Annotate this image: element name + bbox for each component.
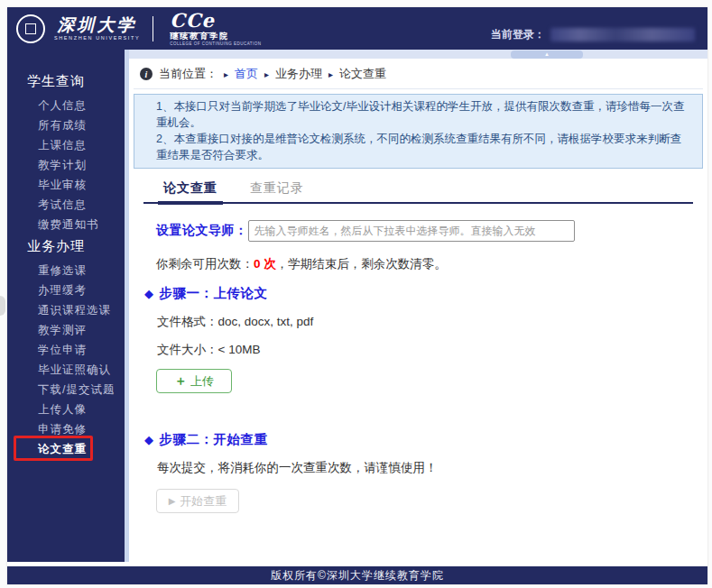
university-seal-icon — [16, 14, 45, 43]
copyright-text: 版权所有©深圳大学继续教育学院 — [271, 568, 444, 583]
page-background: 深圳大学 SHENZHEN UNIVERSITY CCe 继续教育学院 COLL… — [0, 0, 712, 588]
sidebar-item-payment-notice[interactable]: 缴费通知书 — [7, 215, 125, 234]
breadcrumb-business-link[interactable]: 业务办理 — [275, 66, 322, 82]
sidebar-item-class-info[interactable]: 上课信息 — [7, 135, 125, 155]
start-check-button[interactable]: ▶ 开始查重 — [156, 489, 239, 513]
plus-icon: ＋ — [174, 373, 187, 390]
header-collapse-handle[interactable]: ▲ — [511, 51, 583, 59]
sidebar-item-upload-portrait[interactable]: 上传人像 — [7, 400, 125, 419]
sidebar-item-all-grades[interactable]: 所有成绩 — [7, 115, 125, 135]
breadcrumb-divider — [134, 88, 703, 89]
login-username-redacted — [550, 28, 695, 41]
college-logo-text: CCe — [170, 9, 215, 33]
tab-thesis-check[interactable]: 论文查重 — [151, 176, 230, 202]
breadcrumb-arrow-icon: ▸ — [264, 69, 269, 79]
advisor-label: 设置论文导师： — [156, 223, 248, 239]
breadcrumb-arrow-icon: ▸ — [224, 69, 228, 79]
app-body: 学生查询 个人信息 所有成绩 上课信息 教学计划 毕业审核 考试信息 缴费通知书… — [7, 50, 707, 562]
sidebar-item-teaching-eval[interactable]: 教学测评 — [7, 320, 125, 340]
step1-title-text: 步骤一：上传论文 — [160, 285, 268, 302]
sidebar-item-thesis-check[interactable]: 论文查重 — [7, 439, 125, 459]
tab-check-records[interactable]: 查重记录 — [237, 176, 317, 202]
breadcrumb-home-link[interactable]: 首页 — [235, 66, 258, 82]
notice-box: 1、本接口只对当前学期选了毕业论文/毕业设计相关课程的学生开放，提供有限次数查重… — [134, 94, 703, 169]
step1-title: ◆ 步骤一：上传论文 — [144, 285, 707, 302]
breadcrumb-arrow-icon: ▸ — [328, 69, 333, 79]
sidebar-item-thesis-check-label: 论文查重 — [38, 443, 87, 455]
college-logo-block: CCe 继续教育学院 COLLEGE OF CONTINUING EDUCATI… — [170, 11, 261, 47]
header-collapse-strip: ▲ — [129, 50, 707, 59]
breadcrumb-current-page: 论文查重 — [339, 66, 386, 82]
app-window: 深圳大学 SHENZHEN UNIVERSITY CCe 继续教育学院 COLL… — [7, 7, 707, 584]
app-header: 深圳大学 SHENZHEN UNIVERSITY CCe 继续教育学院 COLL… — [7, 7, 707, 50]
diamond-icon: ◆ — [144, 287, 154, 300]
app-footer: 版权所有©深圳大学继续教育学院 — [7, 566, 707, 584]
tab-check-records-label: 查重记录 — [250, 180, 304, 195]
breadcrumb-label: 当前位置： — [159, 66, 217, 82]
diamond-icon: ◆ — [144, 433, 154, 446]
upload-button[interactable]: ＋ 上传 — [156, 369, 232, 393]
college-name: 继续教育学院 — [170, 32, 261, 41]
sidebar-item-exemption-apply[interactable]: 申请免修 — [7, 419, 125, 439]
info-icon: i — [140, 68, 153, 80]
sidebar-item-teaching-plan[interactable]: 教学计划 — [7, 155, 125, 175]
university-name: 深圳大学 — [54, 16, 140, 33]
sidebar-item-download-submit[interactable]: 下载/提交试题 — [7, 380, 125, 400]
sidebar-item-retake-course[interactable]: 重修选课 — [7, 261, 125, 280]
breadcrumb: i 当前位置： ▸ 首页 ▸ 业务办理 ▸ 论文查重 — [129, 59, 707, 88]
step2-warning-line: 每次提交，将消耗你的一次查重次数，请谨慎使用！ — [157, 460, 707, 476]
logo-divider — [153, 16, 153, 41]
active-tab-underline — [158, 201, 223, 205]
tab-bar: 论文查重 查重记录 — [143, 176, 693, 204]
advisor-form-row: 设置论文导师： — [156, 220, 707, 242]
sidebar-nav: 学生查询 个人信息 所有成绩 上课信息 教学计划 毕业审核 考试信息 缴费通知书… — [7, 50, 125, 562]
notice-line-2: 2、本查重接口对接的是维普论文检测系统，不同的检测系统查重结果有所不同，请根据学… — [156, 131, 689, 163]
collapse-up-arrow-icon: ▲ — [511, 51, 583, 58]
sidebar-item-grad-photo[interactable]: 毕业证照确认 — [7, 360, 125, 380]
university-seal-emblem — [25, 23, 36, 34]
college-name-en: COLLEGE OF CONTINUING EDUCATION — [170, 42, 261, 47]
sidebar-item-degree-apply[interactable]: 学位申请 — [7, 340, 125, 360]
upload-button-label: 上传 — [190, 373, 214, 390]
brand-logo: 深圳大学 SHENZHEN UNIVERSITY CCe 继续教育学院 COLL… — [16, 11, 262, 47]
university-name-block: 深圳大学 SHENZHEN UNIVERSITY — [54, 16, 140, 41]
section-spacer — [129, 393, 707, 418]
advisor-input[interactable] — [248, 220, 575, 242]
sidebar-section-student-query: 学生查询 — [7, 69, 125, 96]
sidebar-item-personal-info[interactable]: 个人信息 — [7, 96, 125, 115]
sidebar-item-exam-info[interactable]: 考试信息 — [7, 195, 125, 215]
tab-thesis-check-label: 论文查重 — [163, 180, 217, 195]
step2-title-text: 步骤二：开始查重 — [160, 431, 268, 448]
university-name-en: SHENZHEN UNIVERSITY — [54, 36, 140, 41]
play-icon: ▶ — [169, 496, 176, 506]
sidebar-collapse-handle[interactable] — [0, 296, 5, 316]
remaining-count-prefix: 你剩余可用次数： — [156, 257, 254, 271]
sidebar-section-business: 业务办理 — [7, 234, 125, 261]
step1-format-line: 文件格式：doc, docx, txt, pdf — [157, 314, 707, 330]
notice-line-1: 1、本接口只对当前学期选了毕业论文/毕业设计相关课程的学生开放，提供有限次数查重… — [156, 98, 689, 131]
start-check-button-label: 开始查重 — [180, 493, 227, 510]
step2-title: ◆ 步骤二：开始查重 — [144, 431, 707, 448]
login-label: 当前登录： — [491, 27, 545, 42]
remaining-count-suffix: ，学期结束后，剩余次数清零。 — [276, 257, 447, 271]
remaining-count-row: 你剩余可用次数：0 次，学期结束后，剩余次数清零。 — [156, 256, 707, 272]
sidebar-item-deferred-exam[interactable]: 办理缓考 — [7, 280, 125, 300]
sidebar-item-graduation-audit[interactable]: 毕业审核 — [7, 175, 125, 195]
main-content: ▲ i 当前位置： ▸ 首页 ▸ 业务办理 ▸ 论文查重 1、本接口只对当前学期… — [129, 50, 707, 562]
login-status: 当前登录： — [491, 27, 695, 42]
sidebar-item-general-course[interactable]: 通识课程选课 — [7, 300, 125, 320]
remaining-count-value: 0 次 — [254, 257, 276, 271]
step1-size-line: 文件大小：< 10MB — [157, 342, 707, 358]
